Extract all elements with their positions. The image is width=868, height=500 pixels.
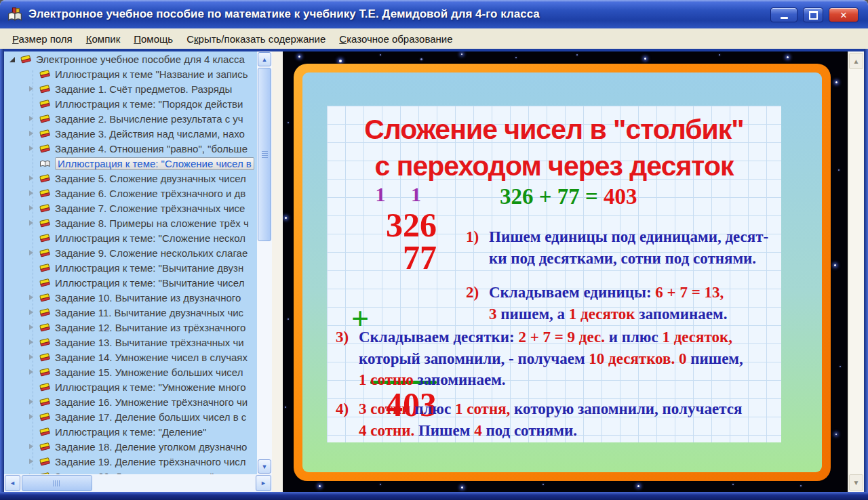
tree-item[interactable]: Задание 20. Деление уголком трёхзначн	[4, 469, 257, 474]
step-text: 3 сотни плюс 1 сотня, которую запомнили,…	[359, 398, 742, 441]
scroll-left-button[interactable]: ◄	[5, 475, 20, 491]
main-vertical-scrollbar[interactable]: ▲ ▼	[848, 51, 865, 492]
expander-collapsed-icon[interactable]	[27, 219, 36, 228]
expander-spacer	[27, 428, 36, 436]
tree-vertical-scrollbar[interactable]: ▲ ▼	[257, 51, 272, 474]
tree-item[interactable]: Задание 1. Счёт предметов. Разряды	[4, 81, 257, 96]
carry-digits: 1 1	[354, 183, 437, 209]
star-decoration	[319, 485, 321, 487]
book-icon	[39, 203, 55, 213]
tree-item[interactable]: Иллюстрация к теме: "Деление"	[4, 424, 257, 439]
maximize-button[interactable]	[803, 7, 823, 22]
step-number: 4)	[336, 398, 359, 441]
window-title: Электронное учебное пособие по математик…	[28, 7, 540, 21]
tree-item[interactable]: Задание 9. Сложение нескольких слагае	[4, 245, 257, 260]
tree-item-label: Иллюстрация к теме: "Сложение чисел в	[55, 157, 254, 170]
tree-item-label: Задание 13. Вычитание трёхзначных чи	[55, 337, 244, 348]
step-text: Складываем единицы: 6 + 7 = 13, 3 пишем,…	[489, 282, 727, 325]
board-mat: Сложение чисел в "столбик" с переходом ч…	[302, 72, 822, 472]
tree-item-label: Задание 9. Сложение нескольких слагае	[55, 247, 248, 259]
vertical-scroll-thumb[interactable]	[258, 68, 271, 241]
expander-collapsed-icon[interactable]	[27, 323, 36, 332]
main-scroll-down-button[interactable]: ▼	[849, 474, 863, 491]
menu-item-2[interactable]: Помощь	[127, 30, 180, 47]
tree-item[interactable]: Задание 16. Умножение трёхзначного чи	[4, 394, 257, 409]
tree-item[interactable]: Задание 4. Отношения "равно", "больше	[4, 141, 257, 156]
lesson-title-line2: с переходом через десяток	[327, 148, 781, 184]
tree-item[interactable]: Задание 13. Вычитание трёхзначных чи	[4, 335, 257, 350]
tree-item[interactable]: Задание 11. Вычитание двузначных чис	[4, 305, 257, 320]
scroll-up-button[interactable]: ▲	[258, 52, 271, 66]
expander-collapsed-icon[interactable]	[27, 308, 36, 317]
tree-item[interactable]: Задание 8. Примеры на сложение трёх ч	[4, 215, 257, 230]
panel-splitter[interactable]	[272, 51, 283, 492]
scroll-down-button[interactable]: ▼	[258, 459, 271, 474]
minimize-button[interactable]	[770, 7, 797, 22]
tree-item[interactable]: Иллюстрация к теме: "Сложение нескол	[4, 230, 257, 245]
expander-collapsed-icon[interactable]	[27, 174, 36, 183]
expander-collapsed-icon[interactable]	[27, 353, 36, 362]
window-border-left	[0, 49, 4, 500]
tree-item-label: Иллюстрация к теме: "Деление"	[55, 426, 206, 438]
close-button[interactable]: ✕	[829, 7, 859, 22]
star-decoration	[835, 81, 837, 83]
tree-item[interactable]: Задание 19. Деление трёхзначного числ	[4, 454, 257, 469]
star-decoration	[288, 122, 289, 123]
tree-item[interactable]: Задание 7. Сложение трёхзначных чисе	[4, 201, 257, 215]
tree-item[interactable]: Задание 12. Вычитание из трёхзначного	[4, 320, 257, 335]
menu-item-0[interactable]: Размер поля	[5, 30, 79, 47]
tree-item[interactable]: Иллюстрация к теме: "Вычитание чисел	[4, 275, 257, 290]
expander-collapsed-icon[interactable]	[27, 398, 36, 407]
expander-root-icon[interactable]	[8, 55, 17, 64]
expander-collapsed-icon[interactable]	[27, 204, 36, 213]
tree-item[interactable]: Задание 18. Деление уголком двузначно	[4, 439, 257, 454]
addend-1: 326	[354, 209, 437, 241]
menu-item-4[interactable]: Сказочное образование	[332, 30, 459, 47]
tree-item[interactable]: Задание 17. Деление больших чисел в с	[4, 409, 257, 424]
expander-collapsed-icon[interactable]	[27, 293, 36, 302]
menu-item-3[interactable]: Скрыть/показать содержание	[180, 30, 332, 47]
book-icon	[39, 278, 55, 288]
star-decoration	[380, 484, 381, 485]
horizontal-scroll-thumb[interactable]	[22, 475, 92, 491]
tree-item-label: Иллюстрация к теме "Название и запись	[55, 68, 248, 80]
tree-item[interactable]: Задание 2. Вычисление результата с уч	[4, 111, 257, 126]
tree-item[interactable]: Иллюстрация к теме: "Порядок действи	[4, 96, 257, 111]
expander-collapsed-icon[interactable]	[27, 129, 36, 138]
main-scroll-up-button[interactable]: ▲	[849, 53, 863, 69]
expander-collapsed-icon[interactable]	[27, 442, 36, 451]
expander-collapsed-icon[interactable]	[27, 114, 36, 123]
expander-collapsed-icon[interactable]	[27, 189, 36, 198]
expander-collapsed-icon[interactable]	[27, 368, 36, 377]
maximize-icon	[809, 11, 818, 20]
expander-collapsed-icon[interactable]	[27, 338, 36, 347]
tree-item-selected[interactable]: Иллюстрация к теме: "Сложение чисел в	[4, 156, 257, 171]
open-book-icon	[39, 159, 55, 169]
tree-item[interactable]: Задание 5. Сложение двузначных чисел	[4, 171, 257, 186]
tree-item[interactable]: Задание 15. Умножение больших чисел	[4, 364, 257, 379]
book-icon	[39, 144, 55, 154]
expander-collapsed-icon[interactable]	[27, 413, 36, 421]
star-decoration	[339, 60, 342, 62]
menu-item-1[interactable]: Компик	[79, 30, 127, 47]
tree-horizontal-scrollbar[interactable]: ◄ ►	[4, 474, 272, 492]
expander-collapsed-icon[interactable]	[27, 85, 36, 93]
book-icon	[39, 442, 55, 452]
tree-item[interactable]: Иллюстрация к теме "Название и запись	[4, 66, 257, 81]
tree-item-label: Иллюстрация к теме: "Вычитание чисел	[55, 277, 244, 289]
scroll-right-button[interactable]: ►	[256, 475, 271, 491]
book-icon	[39, 308, 55, 318]
tree-item[interactable]: Задание 14. Умножение чисел в случаях	[4, 350, 257, 364]
tree-item[interactable]: Иллюстрация к теме: "Вычитание двузн	[4, 260, 257, 275]
tree-item[interactable]: Задание 3. Действия над числами, нахо	[4, 126, 257, 141]
step-text: Пишем единицы под единицами, десят- ки п…	[489, 226, 768, 269]
tree-item[interactable]: Задание 10. Вычитание из двузначного	[4, 290, 257, 305]
tree-item[interactable]: Задание 6. Сложение трёхзначного и дв	[4, 186, 257, 201]
window-border-bottom	[0, 492, 868, 500]
expander-collapsed-icon[interactable]	[27, 144, 36, 153]
tree-item[interactable]: Иллюстрация к теме: "Умножение много	[4, 379, 257, 394]
star-decoration	[834, 264, 836, 266]
tree-item[interactable]: Электронное учебное пособие для 4 класса	[4, 51, 257, 66]
expander-collapsed-icon[interactable]	[27, 249, 36, 257]
expander-collapsed-icon[interactable]	[27, 457, 36, 466]
